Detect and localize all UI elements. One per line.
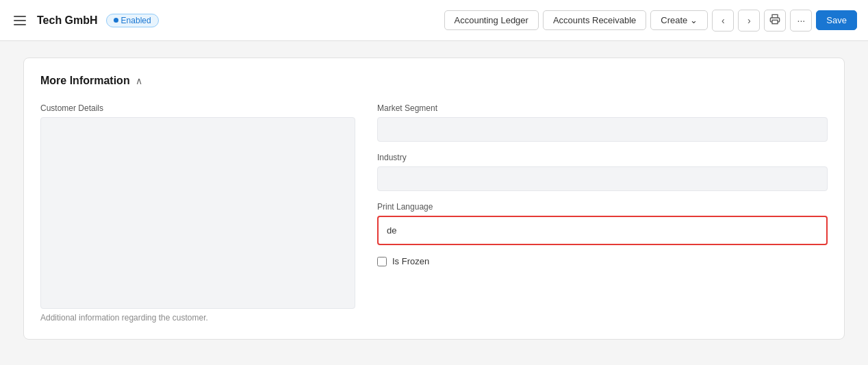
section-header: More Information ∧ xyxy=(40,75,828,87)
collapse-icon[interactable]: ∧ xyxy=(136,75,142,86)
more-information-card: More Information ∧ Customer Details Addi… xyxy=(23,58,845,340)
prev-button[interactable]: ‹ xyxy=(712,10,734,32)
print-button[interactable] xyxy=(764,10,786,32)
more-options-button[interactable]: ··· xyxy=(790,10,812,32)
industry-input[interactable] xyxy=(377,166,828,191)
create-chevron-icon: ⌄ xyxy=(690,15,698,25)
status-badge: Enabled xyxy=(106,14,159,27)
is-frozen-field: Is Frozen xyxy=(377,256,828,266)
right-column: Market Segment Industry Print Language d… xyxy=(377,103,828,323)
print-icon xyxy=(769,14,780,27)
svg-rect-0 xyxy=(772,20,778,23)
section-title: More Information xyxy=(40,75,130,87)
print-language-field: Print Language de xyxy=(377,202,828,245)
status-text: Enabled xyxy=(121,16,151,25)
is-frozen-checkbox[interactable] xyxy=(377,257,387,266)
next-button[interactable]: › xyxy=(738,10,760,32)
main-content: More Information ∧ Customer Details Addi… xyxy=(0,41,868,365)
accounting-ledger-button[interactable]: Accounting Ledger xyxy=(444,10,539,30)
print-language-value: de xyxy=(387,223,818,238)
company-name: Tech GmbH xyxy=(37,14,98,27)
industry-field: Industry xyxy=(377,153,828,191)
create-button[interactable]: Create ⌄ xyxy=(650,10,708,30)
save-button[interactable]: Save xyxy=(816,10,857,30)
print-language-label: Print Language xyxy=(377,202,828,212)
is-frozen-label: Is Frozen xyxy=(392,256,429,266)
market-segment-field: Market Segment xyxy=(377,103,828,142)
hamburger-menu[interactable] xyxy=(11,13,29,28)
more-icon: ··· xyxy=(797,15,806,26)
app-header: Tech GmbH Enabled Accounting Ledger Acco… xyxy=(0,0,868,41)
market-segment-label: Market Segment xyxy=(377,103,828,113)
customer-details-textarea[interactable] xyxy=(40,117,355,309)
section-body: Customer Details Additional information … xyxy=(40,103,828,323)
print-language-highlighted-box[interactable]: de xyxy=(377,216,828,245)
header-actions: Accounting Ledger Accounts Receivable Cr… xyxy=(444,10,858,32)
create-label: Create xyxy=(661,15,687,25)
next-icon: › xyxy=(748,15,751,26)
market-segment-input[interactable] xyxy=(377,117,828,142)
accounts-receivable-button[interactable]: Accounts Receivable xyxy=(543,10,646,30)
prev-icon: ‹ xyxy=(722,15,725,26)
status-dot xyxy=(114,18,118,23)
industry-label: Industry xyxy=(377,153,828,162)
customer-details-hint: Additional information regarding the cus… xyxy=(40,313,355,323)
customer-details-label: Customer Details xyxy=(40,103,355,113)
left-column: Customer Details Additional information … xyxy=(40,103,355,323)
